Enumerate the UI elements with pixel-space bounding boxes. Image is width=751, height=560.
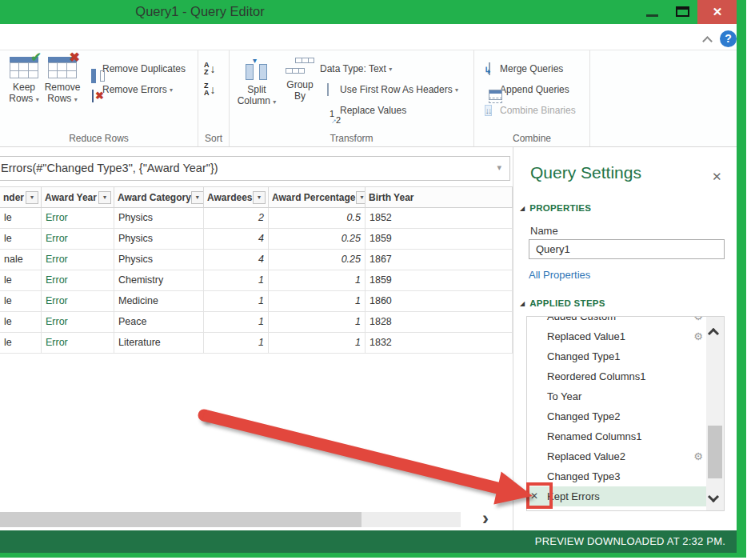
applied-steps-section-header[interactable]: ◢ APPLIED STEPS (520, 298, 605, 308)
table-cell[interactable]: 1 (204, 312, 269, 333)
applied-step[interactable]: Reordered Columns1 (527, 366, 707, 386)
remove-rows-button[interactable]: ✖ Remove Rows ▾ (42, 55, 83, 106)
column-header[interactable]: nder▾ (0, 186, 42, 208)
column-header[interactable]: Award Category▾ (114, 186, 204, 208)
group-by-button[interactable]: Group By (279, 55, 321, 102)
maximize-button[interactable] (669, 0, 697, 24)
sort-ascending-button[interactable]: AZ ↓ (204, 58, 216, 79)
table-cell[interactable]: Physics (114, 229, 204, 250)
filter-button[interactable]: ▾ (191, 191, 204, 204)
table-cell[interactable]: le (0, 229, 42, 250)
column-header[interactable]: Awardees▾ (204, 186, 269, 208)
table-cell[interactable]: 1852 (366, 208, 513, 229)
scrollbar-thumb[interactable] (0, 512, 362, 527)
filter-button[interactable]: ▾ (98, 191, 111, 204)
use-first-row-as-headers-button[interactable]: Use First Row As Headers ▾ (320, 79, 458, 100)
gear-icon[interactable]: ⚙ (693, 326, 703, 346)
applied-step[interactable]: Changed Type3 (527, 466, 707, 486)
steps-scrollbar[interactable] (706, 317, 724, 510)
horizontal-scrollbar[interactable]: › (0, 510, 513, 529)
table-cell[interactable]: 1 (204, 333, 269, 354)
table-cell[interactable]: le (0, 270, 42, 291)
table-cell[interactable]: 1 (204, 291, 269, 312)
table-cell[interactable]: 1 (269, 333, 366, 354)
table-cell[interactable]: 1859 (366, 270, 513, 291)
table-cell[interactable]: 2 (204, 208, 269, 229)
table-cell[interactable]: Medicine (114, 291, 204, 312)
filter-button[interactable]: ▾ (26, 191, 38, 204)
keep-rows-button[interactable]: ✔ Keep Rows ▾ (3, 55, 45, 106)
scroll-up-button[interactable] (709, 326, 717, 341)
table-cell[interactable]: 1 (269, 270, 366, 291)
table-cell[interactable]: 1828 (366, 312, 513, 333)
minimize-button[interactable] (638, 0, 667, 24)
formula-input[interactable]: Errors(#"Changed Type3", {"Award Year"}) (0, 156, 510, 181)
scroll-right-button[interactable]: › (475, 508, 496, 529)
steps-scrollbar-thumb[interactable] (708, 426, 722, 478)
delete-step-icon[interactable]: ✕ (530, 486, 538, 506)
table-cell[interactable]: Error (42, 270, 114, 291)
all-properties-link[interactable]: All Properties (529, 269, 590, 281)
properties-section-header[interactable]: ◢ PROPERTIES (520, 203, 591, 213)
scroll-down-button[interactable] (709, 490, 717, 504)
data-type-button[interactable]: Data Type: Text ▾ (320, 58, 458, 79)
table-cell[interactable]: 1859 (366, 229, 513, 250)
table-cell[interactable]: Error (42, 312, 114, 333)
replace-values-button[interactable]: 1 → 2 Replace Values (320, 100, 458, 121)
table-cell[interactable]: Error (42, 291, 114, 312)
merge-queries-button[interactable]: ↳ Merge Queries (480, 58, 576, 79)
table-cell[interactable]: 0.25 (269, 229, 366, 250)
table-cell[interactable]: 1867 (366, 250, 513, 270)
applied-step[interactable]: Replaced Value2⚙ (527, 446, 707, 466)
applied-step[interactable]: Added Custom⚙ (527, 316, 707, 326)
table-cell[interactable]: 1 (269, 312, 366, 333)
close-pane-icon[interactable]: ✕ (712, 170, 722, 184)
table-cell[interactable]: 0.25 (269, 250, 366, 270)
table-cell[interactable]: le (0, 312, 42, 333)
table-cell[interactable]: 1860 (366, 291, 513, 312)
gear-icon[interactable]: ⚙ (693, 446, 703, 466)
remove-errors-button[interactable]: ✖ Remove Errors ▾ (82, 79, 186, 100)
query-name-input[interactable] (529, 239, 725, 259)
close-button[interactable]: ✕ (697, 0, 737, 24)
table-cell[interactable]: 4 (204, 229, 269, 250)
applied-step[interactable]: To Year (527, 386, 707, 406)
table-cell[interactable]: Physics (114, 208, 204, 229)
scrollbar-track[interactable] (0, 512, 461, 527)
gear-icon[interactable]: ⚙ (693, 316, 703, 326)
table-cell[interactable]: le (0, 333, 42, 354)
remove-duplicates-button[interactable]: Remove Duplicates (82, 58, 186, 79)
applied-step[interactable]: Replaced Value1⚙ (527, 326, 707, 346)
applied-step[interactable]: ✕Kept Errors (527, 486, 707, 506)
table-cell[interactable]: 1832 (366, 333, 513, 354)
sort-descending-button[interactable]: ZA ↓ (204, 79, 216, 100)
table-cell[interactable]: le (0, 208, 42, 229)
table-cell[interactable]: Error (42, 208, 114, 229)
table-cell[interactable]: Peace (114, 312, 204, 333)
table-cell[interactable]: nale (0, 250, 42, 270)
filter-button[interactable]: ▾ (356, 191, 366, 204)
applied-step[interactable]: Renamed Columns1 (527, 426, 707, 446)
column-header[interactable]: Award Percentage▾ (269, 186, 366, 208)
table-cell[interactable]: Chemistry (114, 270, 204, 291)
filter-button[interactable]: ▾ (253, 191, 266, 204)
applied-step[interactable]: Changed Type2 (527, 406, 707, 426)
table-cell[interactable]: Error (42, 229, 114, 250)
collapse-ribbon-button[interactable] (704, 34, 718, 45)
formula-expand-button[interactable]: ▾ (497, 155, 501, 180)
split-column-button[interactable]: ▾ Split Column ▾ (236, 55, 278, 108)
help-button[interactable]: ? (720, 30, 737, 47)
table-cell[interactable]: Physics (114, 250, 204, 270)
append-queries-button[interactable]: Append Queries (480, 79, 576, 100)
column-header[interactable]: Birth Year (366, 186, 513, 208)
table-cell[interactable]: le (0, 291, 42, 312)
table-cell[interactable]: 0.5 (269, 208, 366, 229)
table-cell[interactable]: Literature (114, 333, 204, 354)
table-cell[interactable]: Error (42, 333, 114, 354)
table-cell[interactable]: 1 (269, 291, 366, 312)
table-cell[interactable]: 1 (204, 270, 269, 291)
table-cell[interactable]: Error (42, 250, 114, 270)
table-cell[interactable]: 4 (204, 250, 269, 270)
column-header[interactable]: Award Year▾ (42, 186, 114, 208)
applied-step[interactable]: Changed Type1 (527, 346, 707, 366)
